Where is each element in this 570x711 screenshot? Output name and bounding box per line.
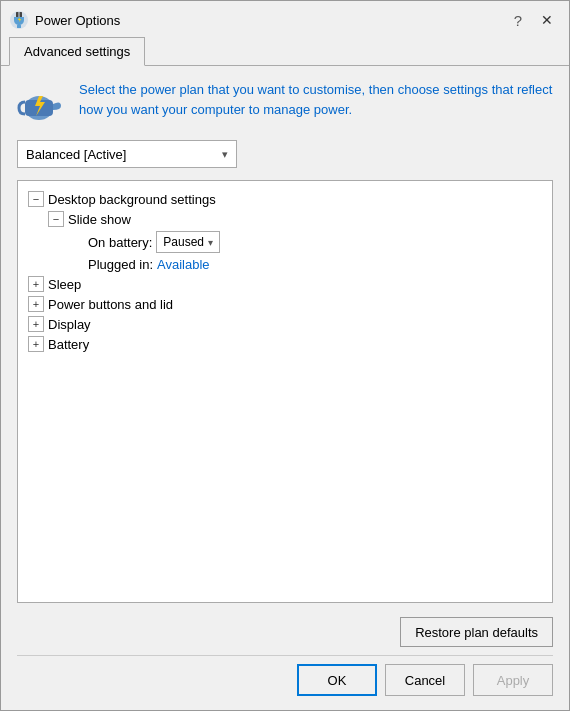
window-icon bbox=[9, 10, 29, 30]
tab-advanced-settings[interactable]: Advanced settings bbox=[9, 37, 145, 66]
info-box: Select the power plan that you want to c… bbox=[17, 80, 553, 128]
tree-item-on-battery: On battery: Paused ▾ bbox=[68, 229, 542, 255]
bottom-buttons: Restore plan defaults OK Cancel Apply bbox=[1, 617, 569, 710]
tree-item-display: + Display bbox=[28, 314, 542, 334]
on-battery-dropdown[interactable]: Paused ▾ bbox=[156, 231, 220, 253]
restore-plan-defaults-button[interactable]: Restore plan defaults bbox=[400, 617, 553, 647]
svg-rect-2 bbox=[20, 12, 23, 17]
title-bar-controls: ? ✕ bbox=[507, 9, 561, 31]
plan-dropdown-arrow: ▾ bbox=[222, 148, 228, 161]
power-icon bbox=[17, 80, 65, 128]
content-area: Select the power plan that you want to c… bbox=[1, 66, 569, 617]
tree-label-battery: Battery bbox=[48, 337, 89, 352]
cancel-button[interactable]: Cancel bbox=[385, 664, 465, 696]
on-battery-label: On battery: bbox=[88, 235, 152, 250]
tree-item-battery: + Battery bbox=[28, 334, 542, 354]
plugged-in-label: Plugged in: bbox=[88, 257, 153, 272]
expander-display[interactable]: + bbox=[28, 316, 44, 332]
tab-bar: Advanced settings bbox=[1, 37, 569, 66]
title-bar: Power Options ? ✕ bbox=[1, 1, 569, 37]
on-battery-value: Paused bbox=[163, 235, 204, 249]
divider bbox=[17, 655, 553, 656]
info-text: Select the power plan that you want to c… bbox=[79, 80, 553, 119]
plan-dropdown-value: Balanced [Active] bbox=[26, 147, 126, 162]
tree-item-slideshow: − Slide show bbox=[48, 209, 542, 229]
apply-button[interactable]: Apply bbox=[473, 664, 553, 696]
power-options-window: Power Options ? ✕ Advanced settings bbox=[0, 0, 570, 711]
expander-slideshow[interactable]: − bbox=[48, 211, 64, 227]
plan-dropdown[interactable]: Balanced [Active] ▾ bbox=[17, 140, 237, 168]
plugged-in-value: Available bbox=[157, 257, 210, 272]
tree-label-power-buttons: Power buttons and lid bbox=[48, 297, 173, 312]
expander-sleep[interactable]: + bbox=[28, 276, 44, 292]
help-button[interactable]: ? bbox=[507, 9, 529, 31]
expander-power-buttons[interactable]: + bbox=[28, 296, 44, 312]
ok-button[interactable]: OK bbox=[297, 664, 377, 696]
on-battery-dropdown-arrow: ▾ bbox=[208, 237, 213, 248]
svg-rect-3 bbox=[17, 25, 21, 28]
close-button[interactable]: ✕ bbox=[533, 9, 561, 31]
tree-item-plugged-in: Plugged in: Available bbox=[68, 255, 542, 274]
tree-item-desktop-bg: − Desktop background settings bbox=[28, 189, 542, 209]
action-row: OK Cancel Apply bbox=[17, 664, 553, 696]
tree-item-power-buttons: + Power buttons and lid bbox=[28, 294, 542, 314]
tree-label-display: Display bbox=[48, 317, 91, 332]
tree-label-desktop-bg: Desktop background settings bbox=[48, 192, 216, 207]
tree-label-slideshow: Slide show bbox=[68, 212, 131, 227]
expander-battery[interactable]: + bbox=[28, 336, 44, 352]
svg-rect-1 bbox=[16, 12, 19, 17]
tree-item-sleep: + Sleep bbox=[28, 274, 542, 294]
restore-row: Restore plan defaults bbox=[17, 617, 553, 647]
tree-label-sleep: Sleep bbox=[48, 277, 81, 292]
settings-tree: − Desktop background settings − Slide sh… bbox=[17, 180, 553, 603]
window-title: Power Options bbox=[35, 13, 507, 28]
expander-desktop-bg[interactable]: − bbox=[28, 191, 44, 207]
